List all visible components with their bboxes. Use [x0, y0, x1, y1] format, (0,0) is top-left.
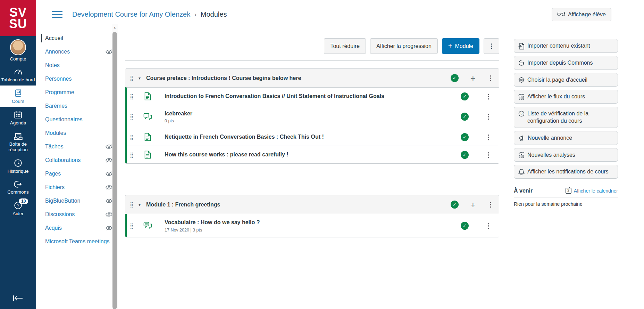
module-items: ⣿ Introduction to French Conversation Ba…	[125, 87, 499, 163]
course-nav-teams-meetings[interactable]: Microsoft Teams meetings	[45, 237, 115, 246]
published-check-icon[interactable]: ✓	[451, 74, 459, 82]
calendar-day-icon: 3	[566, 188, 571, 194]
gnav-commons[interactable]: Commons	[0, 177, 36, 198]
import-from-commons-button[interactable]: Importer depuis Commons	[514, 56, 618, 70]
drag-handle-icon[interactable]: ⣿	[130, 135, 134, 140]
new-announcement-button[interactable]: Nouvelle annonce	[514, 131, 618, 145]
plus-icon: +	[448, 42, 452, 50]
modules-options-kebab-button[interactable]: ⋮	[484, 38, 499, 54]
course-nav: Accueil Annonces Notes Personnes Program…	[45, 34, 115, 251]
gnav-courses[interactable]: Cours	[0, 86, 36, 107]
add-module-button[interactable]: + Module	[442, 38, 479, 54]
published-check-icon[interactable]: ✓	[461, 222, 469, 230]
view-progress-label: Afficher la progression	[376, 43, 432, 49]
item-kebab-icon[interactable]: ⋮	[485, 93, 492, 100]
module-item-title[interactable]: Introduction to French Conversation Basi…	[165, 93, 384, 99]
student-view-button[interactable]: Affichage élève	[552, 8, 611, 21]
course-nav-collaborations[interactable]: Collaborations	[45, 156, 115, 164]
coming-up-title: À venir	[514, 188, 533, 194]
analytics-icon	[518, 152, 525, 158]
drag-handle-icon[interactable]: ⣿	[130, 94, 134, 99]
course-nav-rubrics[interactable]: Barèmes	[45, 102, 115, 110]
drag-handle-icon[interactable]: ⣿	[130, 152, 134, 157]
hidden-eye-icon	[106, 49, 112, 55]
course-nav-people[interactable]: Personnes	[45, 75, 115, 83]
hidden-eye-icon	[106, 157, 112, 163]
gnav-calendar[interactable]: Agenda	[0, 107, 36, 129]
course-nav-assignments[interactable]: Tâches	[45, 143, 115, 151]
collapse-global-nav-button[interactable]	[0, 291, 36, 306]
published-check-icon[interactable]: ✓	[461, 133, 469, 141]
breadcrumb-course-link[interactable]: Development Course for Amy Olenzek	[72, 10, 190, 18]
course-nav-bigbluebutton[interactable]: BigBlueButton	[45, 197, 115, 205]
choose-home-page-button[interactable]: Choisir la page d'accueil	[514, 73, 618, 87]
scrollbar-thumb[interactable]	[112, 32, 117, 309]
drag-handle-icon[interactable]: ⣿	[130, 114, 134, 119]
drag-handle-icon[interactable]: ⣿	[130, 202, 134, 207]
hidden-eye-icon	[106, 144, 112, 149]
published-check-icon[interactable]: ✓	[461, 151, 469, 159]
checklist-question-icon: ?	[518, 111, 525, 117]
collapse-module-caret-icon[interactable]: ▾	[139, 76, 141, 81]
course-nav-files[interactable]: Fichiers	[45, 183, 115, 192]
module-title: Module 1 : French greetings	[146, 202, 220, 208]
gnav-dashboard-label: Tableau de bord	[1, 77, 35, 82]
gnav-history[interactable]: Historique	[0, 155, 36, 177]
collapse-module-caret-icon[interactable]: ▾	[139, 202, 141, 207]
add-item-plus-icon[interactable]: +	[470, 200, 476, 209]
gnav-inbox-label: Boîte de réception	[1, 141, 35, 152]
course-nav-announcements[interactable]: Annonces	[45, 48, 115, 56]
course-nav-label: Fichiers	[45, 183, 65, 192]
side-button-label: Afficher les notifications de cours	[527, 168, 609, 176]
course-nav-home[interactable]: Accueil	[41, 34, 115, 42]
view-course-stream-button[interactable]: Afficher le flux du cours	[514, 90, 618, 104]
hidden-eye-icon	[106, 212, 112, 217]
view-progress-button[interactable]: Afficher la progression	[370, 38, 438, 54]
item-kebab-icon[interactable]: ⋮	[485, 152, 492, 158]
course-nav-label: Microsoft Teams meetings	[45, 237, 110, 246]
course-nav-discussions[interactable]: Discussions	[45, 210, 115, 219]
module-item-title[interactable]: How this course works : please read care…	[165, 152, 288, 157]
drag-handle-icon[interactable]: ⣿	[130, 223, 134, 228]
gnav-inbox[interactable]: Boîte de réception	[0, 129, 36, 155]
course-nav-quizzes[interactable]: Questionnaires	[45, 115, 115, 124]
course-nav-modules[interactable]: Modules	[45, 129, 115, 137]
item-kebab-icon[interactable]: ⋮	[485, 134, 492, 140]
module-item-title[interactable]: Vocabulaire : How do we say hello ?	[165, 219, 260, 225]
page-header: Development Course for Amy Olenzek › Mod…	[36, 0, 644, 29]
course-nav-grades[interactable]: Notes	[45, 61, 115, 70]
course-nav-label: Annonces	[45, 48, 70, 56]
collapse-all-button[interactable]: Tout réduire	[324, 38, 366, 54]
view-calendar-link[interactable]: 3 Afficher le calendrier	[566, 188, 618, 194]
import-existing-content-button[interactable]: Importer contenu existant	[514, 39, 618, 53]
item-kebab-icon[interactable]: ⋮	[485, 113, 492, 120]
published-check-icon[interactable]: ✓	[451, 201, 459, 209]
gnav-dashboard[interactable]: Tableau de bord	[0, 65, 36, 86]
svsu-logo[interactable]: SV SU	[0, 0, 36, 36]
drag-handle-icon[interactable]: ⣿	[130, 75, 134, 81]
side-button-label: Afficher le flux du cours	[527, 93, 585, 100]
course-nav-syllabus[interactable]: Programme	[45, 88, 115, 97]
item-kebab-icon[interactable]: ⋮	[485, 222, 492, 229]
view-course-notifications-button[interactable]: Afficher les notifications de cours	[514, 165, 618, 179]
course-nav-label: Collaborations	[45, 156, 81, 164]
course-nav-pages[interactable]: Pages	[45, 170, 115, 178]
scrollbar-up-arrow[interactable]: ▲	[112, 26, 118, 29]
module-kebab-icon[interactable]: ⋮	[487, 75, 494, 81]
add-item-plus-icon[interactable]: +	[470, 74, 476, 83]
add-module-label: Module	[455, 43, 473, 49]
course-setup-checklist-button[interactable]: ? Liste de vérification de la configurat…	[514, 107, 618, 128]
module-kebab-icon[interactable]: ⋮	[487, 201, 494, 208]
module-item-title[interactable]: Netiquette in French Conversation Basics…	[165, 134, 324, 140]
module-item-title[interactable]: Icebreaker	[165, 111, 192, 116]
course-nav-outcomes[interactable]: Acquis	[45, 224, 115, 232]
hamburger-menu-icon[interactable]	[52, 11, 62, 18]
gnav-account[interactable]: Compte	[0, 36, 36, 65]
published-check-icon[interactable]: ✓	[461, 92, 469, 100]
published-check-icon[interactable]: ✓	[461, 113, 469, 121]
gnav-help[interactable]: ? 10 Aider	[0, 198, 36, 219]
new-analytics-button[interactable]: Nouvelles analyses	[514, 148, 618, 162]
discussion-icon	[143, 113, 152, 121]
hidden-eye-icon	[106, 185, 112, 190]
module-item-date-points: 17 Nov 2020 | 3 pts	[165, 228, 260, 233]
